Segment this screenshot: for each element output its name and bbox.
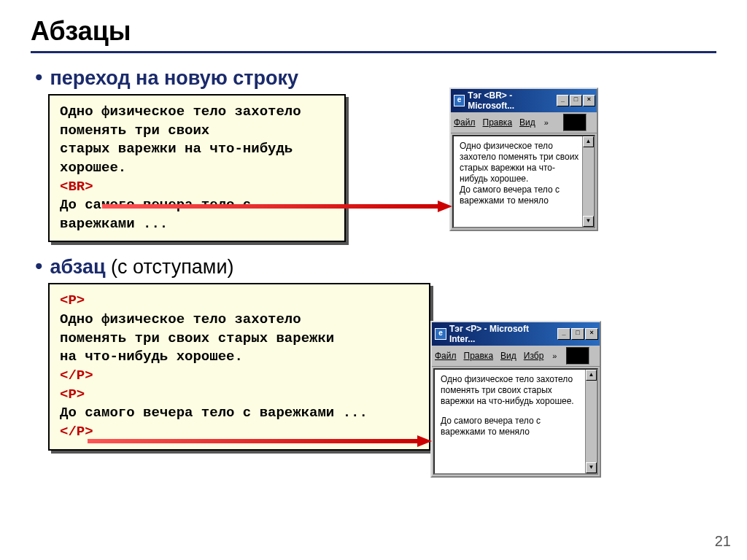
close-button[interactable]: × xyxy=(585,328,598,340)
content-area: Одно физическое тело захотело поменять т… xyxy=(433,368,598,475)
scrollbar[interactable]: ▲ ▼ xyxy=(585,370,597,473)
slide-title: Абзацы xyxy=(31,16,716,47)
minimize-button[interactable]: _ xyxy=(557,95,569,106)
content-area: Одно физическое тело захотело поменять т… xyxy=(452,135,595,228)
ie-logo-icon: e xyxy=(454,95,465,106)
bullet-2: • абзац (с отступами) xyxy=(35,255,716,279)
menubar: Файл Правка Вид » xyxy=(451,112,597,133)
menu-favorites[interactable]: Избр xyxy=(524,351,544,361)
scroll-down-button[interactable]: ▼ xyxy=(583,216,594,227)
chevron-right-icon[interactable]: » xyxy=(552,351,557,360)
throbber-icon xyxy=(566,347,589,365)
bullet-2-text: абзац (с отступами) xyxy=(50,256,234,279)
menu-view[interactable]: Вид xyxy=(519,117,535,128)
scroll-down-button[interactable]: ▼ xyxy=(586,462,597,473)
menu-file[interactable]: Файл xyxy=(435,351,457,361)
window-title: Тэг <BR> - Microsoft... xyxy=(468,90,556,111)
maximize-button[interactable]: □ xyxy=(571,328,584,340)
scrollbar[interactable]: ▲ ▼ xyxy=(582,136,594,227)
close-button[interactable]: × xyxy=(583,95,595,106)
maximize-button[interactable]: □ xyxy=(570,95,582,106)
title-rule xyxy=(31,51,716,53)
scroll-up-button[interactable]: ▲ xyxy=(586,370,597,381)
ie-logo-icon: e xyxy=(435,328,446,340)
throbber-icon xyxy=(563,114,587,131)
page-number: 21 xyxy=(715,533,731,550)
menu-view[interactable]: Вид xyxy=(500,351,516,361)
bullet-1-text: переход на новую строку xyxy=(50,67,298,90)
chevron-right-icon[interactable]: » xyxy=(544,118,549,127)
browser-window-br: e Тэг <BR> - Microsoft... _ □ × Файл Пра… xyxy=(449,88,598,231)
browser-window-p: e Тэг <P> - Microsoft Inter... _ □ × Фай… xyxy=(430,321,601,478)
titlebar[interactable]: e Тэг <P> - Microsoft Inter... _ □ × xyxy=(432,322,600,346)
bullet-dot-icon: • xyxy=(35,66,43,88)
window-title: Тэг <P> - Microsoft Inter... xyxy=(449,324,557,344)
titlebar[interactable]: e Тэг <BR> - Microsoft... _ □ × xyxy=(451,89,597,112)
bullet-1: • переход на новую строку xyxy=(35,66,716,90)
code-box-p: <P> Одно физическое тело захотело поменя… xyxy=(48,283,430,450)
menubar: Файл Правка Вид Избр » xyxy=(432,346,600,367)
scroll-up-button[interactable]: ▲ xyxy=(583,136,594,147)
bullet-dot-icon: • xyxy=(35,255,43,277)
code-box-br: Одно физическое тело захотело поменять т… xyxy=(48,94,346,242)
menu-edit[interactable]: Правка xyxy=(464,351,494,361)
minimize-button[interactable]: _ xyxy=(557,328,570,340)
menu-file[interactable]: Файл xyxy=(454,117,476,128)
menu-edit[interactable]: Правка xyxy=(483,117,513,128)
